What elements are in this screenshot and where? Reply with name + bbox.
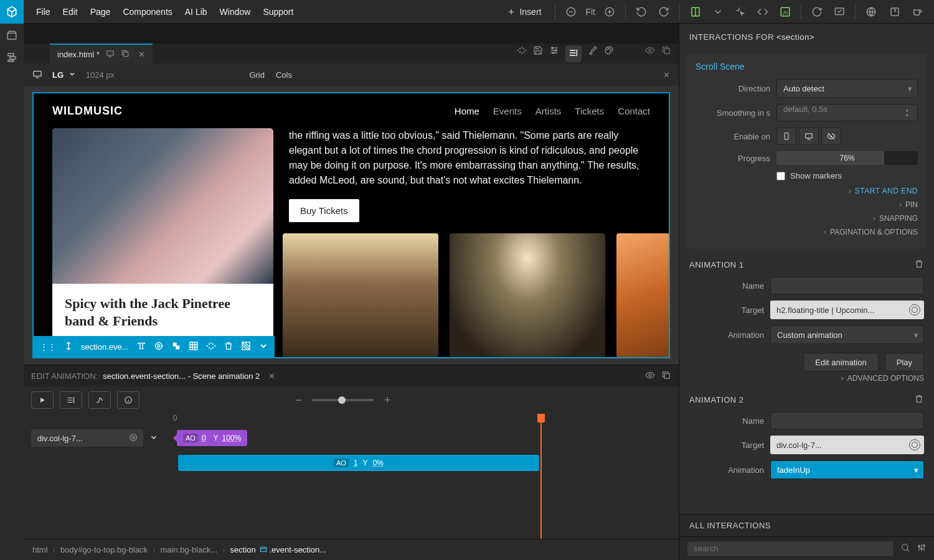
coffee-button[interactable] [907, 1, 928, 22]
all-interactions-header[interactable]: ALL INTERACTIONS [679, 515, 934, 536]
files-icon[interactable] [6, 30, 17, 43]
menu-file[interactable]: File [36, 7, 50, 17]
show-markers-checkbox[interactable] [776, 172, 785, 180]
playhead[interactable] [540, 414, 542, 539]
insert-button[interactable]: Insert [498, 7, 550, 17]
nav-artists[interactable]: Artists [535, 106, 562, 116]
tabrow-timeline-icon[interactable] [565, 45, 582, 62]
info-button[interactable] [117, 391, 139, 409]
smoothing-input[interactable]: default, 0.5s ▴▾ [776, 104, 918, 121]
preview-button[interactable] [829, 1, 850, 22]
anim1-target-field[interactable]: h2.floating-title | Upcomin... [770, 301, 924, 319]
progress-bar[interactable]: 76% [776, 151, 918, 165]
js-button[interactable]: JS [775, 1, 796, 22]
tabrow-duplicate-icon[interactable] [661, 45, 671, 62]
nav-contact[interactable]: Contact [618, 106, 650, 116]
trash-icon[interactable] [224, 341, 234, 353]
play-button[interactable] [31, 391, 54, 409]
target-picker-icon[interactable] [909, 304, 920, 315]
layers-icon[interactable] [6, 52, 17, 65]
search-icon[interactable] [900, 543, 910, 554]
editor-eye-icon[interactable] [645, 370, 655, 382]
anim1-name-input[interactable] [770, 277, 924, 294]
track-expand-icon[interactable] [149, 433, 158, 444]
tab-clone-icon[interactable] [121, 49, 130, 60]
zoom-in-icon[interactable]: + [380, 394, 395, 407]
target-picker-icon[interactable] [909, 439, 920, 450]
target-icon[interactable] [154, 341, 164, 353]
editor-popout-icon[interactable] [661, 370, 671, 382]
timeline[interactable]: 0 div.col-lg-7... AO 0 Y 100% [24, 414, 679, 539]
zoom-in-button[interactable] [599, 1, 620, 22]
keyframe-span[interactable]: AO 1 Y 0% [178, 455, 539, 471]
refresh-button[interactable] [806, 1, 828, 22]
crumb-section[interactable]: section .event-section... [230, 545, 327, 554]
more-icon[interactable] [258, 341, 268, 353]
enable-mobile-toggle[interactable] [776, 128, 796, 145]
cols-toggle[interactable]: Cols [276, 70, 292, 80]
editor-close-icon[interactable]: ✕ [268, 371, 275, 381]
thumb-1[interactable] [283, 233, 438, 358]
search-input[interactable] [687, 541, 894, 557]
app-logo[interactable] [0, 0, 24, 24]
crumb-main[interactable]: main.bg-black... [160, 545, 217, 554]
tab-device-icon[interactable] [106, 49, 115, 60]
zoom-slider[interactable] [312, 399, 374, 401]
tab-close-icon[interactable]: ✕ [138, 50, 145, 59]
anim2-target-field[interactable]: div.col-lg-7... [770, 436, 924, 454]
zoom-out-button[interactable] [560, 1, 582, 22]
fit-label[interactable]: Fit [583, 7, 598, 17]
selected-tag[interactable]: section.eve... [81, 342, 129, 352]
spark-icon[interactable] [206, 341, 216, 353]
click-tool-button[interactable] [730, 1, 751, 22]
anim1-trash-icon[interactable] [914, 259, 924, 271]
anim2-animation-select[interactable]: fadeInUp ▾ [770, 460, 924, 479]
thumb-2[interactable] [450, 233, 605, 358]
snapping-link[interactable]: SNAPPING [879, 214, 918, 223]
enable-desktop-toggle[interactable] [799, 128, 819, 145]
tab-index[interactable]: index.html * ✕ [50, 44, 153, 63]
track-target-icon[interactable] [128, 432, 138, 444]
duplicate-icon[interactable] [171, 341, 181, 353]
undo-button[interactable] [631, 1, 652, 22]
tabrow-sliders-icon[interactable] [549, 45, 559, 62]
canvas-close-icon[interactable]: ✕ [663, 70, 670, 80]
anim2-name-input[interactable] [770, 412, 924, 429]
start-end-link[interactable]: START AND END [855, 187, 918, 195]
tabrow-brush-icon[interactable] [588, 45, 598, 62]
menu-edit[interactable]: Edit [63, 7, 78, 17]
play-animation-button[interactable]: Play [885, 353, 924, 371]
crumb-html[interactable]: html [32, 545, 48, 554]
enable-hidden-toggle[interactable] [821, 128, 841, 145]
easing-button[interactable] [88, 391, 111, 409]
globe-button[interactable] [861, 1, 882, 22]
crumb-body[interactable]: body#go-to-top.bg-black [60, 545, 148, 554]
tabrow-spark-icon[interactable] [517, 45, 527, 62]
redo-button[interactable] [653, 1, 674, 22]
menu-components[interactable]: Components [123, 7, 172, 17]
filter-icon[interactable] [917, 543, 927, 554]
edit-animation-button[interactable]: Edit animation [803, 353, 878, 371]
buy-tickets-button[interactable]: Buy Tickets [289, 199, 359, 222]
keyframe-start[interactable]: AO 0 Y 100% [177, 430, 247, 446]
resize-icon[interactable] [64, 341, 73, 353]
direction-select[interactable]: Auto detect ▾ [776, 79, 918, 98]
grid-icon[interactable] [189, 341, 199, 353]
device-dropdown[interactable] [707, 1, 729, 22]
help-button[interactable] [884, 1, 905, 22]
nav-tickets[interactable]: Tickets [575, 106, 604, 116]
timeline-mode-button[interactable] [60, 391, 82, 409]
zoom-out-icon[interactable]: − [291, 394, 306, 407]
anim1-animation-select[interactable]: Custom animation ▾ [770, 325, 924, 344]
drag-handle-icon[interactable]: ⋮⋮ [40, 342, 56, 352]
grid-toggle[interactable]: Grid [249, 70, 265, 80]
menu-ailib[interactable]: AI Lib [185, 7, 207, 17]
scroll-scene-title[interactable]: Scroll Scene [696, 62, 918, 72]
breakpoint-label[interactable]: LG [52, 70, 76, 80]
menu-support[interactable]: Support [263, 7, 293, 17]
nav-home[interactable]: Home [455, 106, 479, 116]
pin-link[interactable]: PIN [905, 200, 918, 209]
advanced-options-link[interactable]: ADVANCED OPTIONS [847, 374, 924, 383]
nav-events[interactable]: Events [493, 106, 522, 116]
code-button[interactable] [752, 1, 773, 22]
